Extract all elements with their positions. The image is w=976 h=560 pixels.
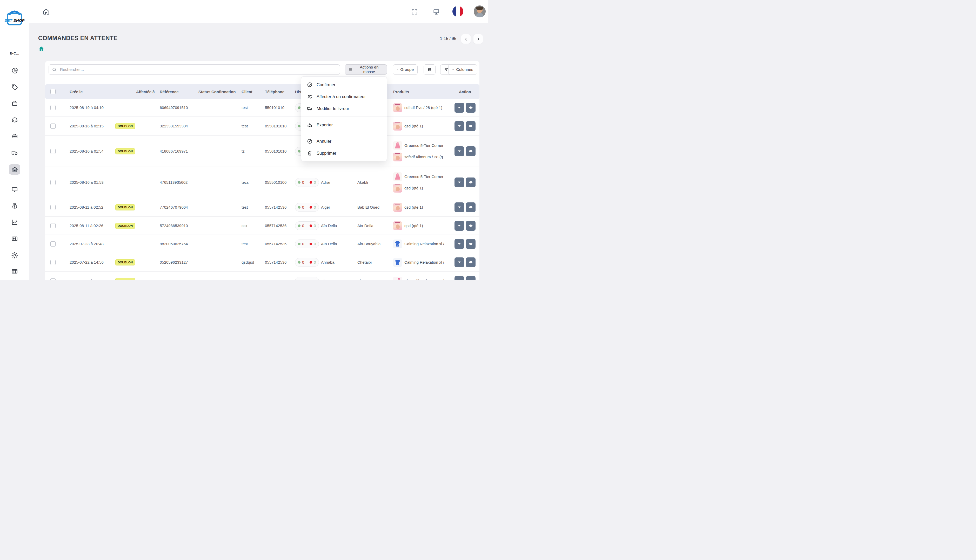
- red-dot-icon: [309, 243, 312, 245]
- header-products[interactable]: Produits: [392, 90, 453, 94]
- header-phone[interactable]: Téléphone: [265, 90, 294, 94]
- search-input[interactable]: [60, 67, 337, 72]
- check-circle-icon: [307, 82, 313, 87]
- row-view-button[interactable]: [466, 103, 476, 113]
- commune: Chetaibi: [356, 260, 392, 265]
- sidebar-item-support[interactable]: [9, 115, 20, 125]
- header-client[interactable]: Client: [242, 90, 265, 94]
- row-dropdown-button[interactable]: [455, 239, 464, 249]
- shopping-bag-icon: [11, 100, 18, 107]
- green-dot-icon: [298, 280, 301, 280]
- display-mode-button[interactable]: [432, 7, 441, 17]
- row-dropdown-button[interactable]: [455, 121, 464, 131]
- row-dropdown-button[interactable]: [455, 147, 464, 156]
- row-dropdown-button[interactable]: [455, 202, 464, 212]
- wilaya: Adrar: [319, 180, 356, 185]
- eye-icon: [469, 180, 473, 184]
- menu-item-delete[interactable]: Supprimer: [301, 147, 387, 159]
- menu-item-confirm[interactable]: Confirmer: [301, 78, 387, 90]
- row-checkbox[interactable]: [50, 223, 55, 228]
- wilaya: Aïn Defla: [319, 223, 356, 228]
- bulk-actions-button[interactable]: Actions en masse: [344, 64, 387, 75]
- sidebar-item-delivery[interactable]: [9, 147, 20, 158]
- row-view-button[interactable]: [466, 147, 476, 156]
- language-flag-french[interactable]: [453, 6, 463, 17]
- row-checkbox[interactable]: [50, 241, 55, 247]
- row-checkbox[interactable]: [50, 278, 55, 280]
- order-reference: 0520596233127: [160, 260, 197, 265]
- history-pill: 00: [295, 222, 319, 230]
- commune: Ain-Defla: [356, 223, 392, 228]
- row-checkbox[interactable]: [50, 105, 55, 110]
- sidebar-item-toolbox[interactable]: [9, 131, 20, 141]
- product-thumbnail: [393, 203, 402, 212]
- row-checkbox[interactable]: [50, 180, 55, 185]
- row-dropdown-button[interactable]: [455, 276, 464, 280]
- header-action: Action: [453, 90, 480, 94]
- sidebar-section-label: E-C...: [0, 52, 29, 55]
- columns-label: Colonnes: [456, 67, 473, 72]
- header-created[interactable]: Crée le: [62, 90, 114, 94]
- flag-red-band: [460, 6, 463, 17]
- sidebar-item-controls[interactable]: [9, 233, 20, 244]
- sidebar-item-screen[interactable]: [9, 184, 20, 195]
- history-pill: 00: [295, 178, 319, 187]
- export-download-icon: [307, 122, 313, 128]
- product-thumbnail: [393, 122, 402, 130]
- row-checkbox[interactable]: [50, 149, 55, 154]
- columns-button[interactable]: Colonnes: [448, 64, 477, 75]
- row-view-button[interactable]: [466, 202, 476, 212]
- row-view-button[interactable]: [466, 257, 476, 267]
- row-dropdown-button[interactable]: [455, 103, 464, 113]
- product-label: sdfsdf Pvc / 28 (qté 1): [404, 105, 442, 110]
- menu-item-cancel[interactable]: Annuler: [301, 135, 387, 147]
- client-phone: 0557142536: [265, 242, 294, 246]
- group-label: Groupe: [400, 67, 414, 72]
- sidebar-item-statistics[interactable]: [9, 65, 20, 76]
- pagination-next-button[interactable]: [473, 34, 483, 44]
- header-status[interactable]: Status Confirmation: [197, 90, 242, 94]
- select-all-checkbox[interactable]: [50, 89, 55, 94]
- search-icon: [52, 67, 57, 72]
- home-button[interactable]: [42, 7, 51, 17]
- sidebar-item-settings[interactable]: [9, 250, 20, 260]
- row-view-button[interactable]: [466, 276, 476, 280]
- menu-item-export[interactable]: Exporter: [301, 119, 387, 131]
- row-dropdown-button[interactable]: [455, 221, 464, 231]
- row-view-button[interactable]: [466, 177, 476, 187]
- breadcrumb-home[interactable]: [38, 46, 44, 52]
- row-checkbox[interactable]: [50, 123, 55, 129]
- calendar-button[interactable]: [424, 64, 436, 75]
- row-view-button[interactable]: [466, 121, 476, 131]
- caret-down-icon: [457, 149, 461, 153]
- control-panel-icon: [11, 235, 18, 242]
- sidebar-item-tags[interactable]: [9, 82, 20, 92]
- trash-icon: [307, 150, 313, 156]
- group-button[interactable]: Groupe: [393, 64, 418, 75]
- pie-chart-icon: [11, 67, 18, 74]
- row-checkbox[interactable]: [50, 260, 55, 265]
- sidebar-item-finance[interactable]: [9, 201, 20, 211]
- sidebar-item-tables[interactable]: [9, 266, 20, 277]
- green-dot-icon: [298, 150, 301, 153]
- row-view-button[interactable]: [466, 239, 476, 249]
- fullscreen-button[interactable]: [410, 7, 419, 17]
- header-assigned[interactable]: Affectée à: [135, 90, 160, 94]
- menu-item-assign-confirmer[interactable]: Affecter à un confirmateur: [301, 90, 387, 103]
- row-checkbox[interactable]: [50, 205, 55, 210]
- header-reference[interactable]: Référence: [160, 90, 197, 94]
- green-dot-icon: [298, 181, 301, 184]
- menu-item-change-courier[interactable]: Modifier le livreur: [301, 103, 387, 115]
- pagination-prev-button[interactable]: [461, 34, 471, 44]
- brand-logo[interactable]: [0, 5, 29, 31]
- user-avatar[interactable]: [474, 5, 486, 17]
- row-dropdown-button[interactable]: [455, 177, 464, 187]
- row-view-button[interactable]: [466, 221, 476, 231]
- eye-icon: [469, 124, 473, 128]
- red-dot-icon: [309, 181, 312, 184]
- row-dropdown-button[interactable]: [455, 257, 464, 267]
- sidebar-item-returns-active[interactable]: [9, 164, 20, 175]
- sidebar-item-analytics[interactable]: [9, 217, 20, 227]
- bulk-actions-label: Actions en masse: [355, 65, 383, 74]
- sidebar-item-products[interactable]: [9, 98, 20, 108]
